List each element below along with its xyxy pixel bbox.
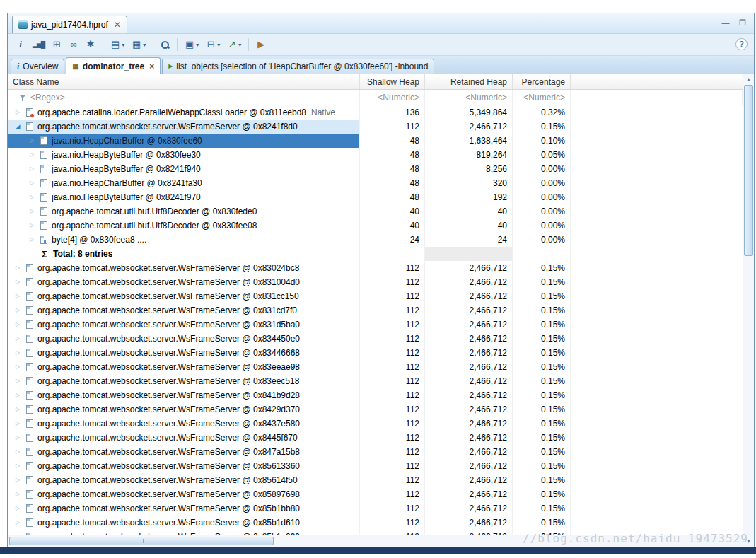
table-row[interactable]: ▷org.apache.tomcat.websocket.server.WsFr… [8, 275, 743, 289]
tab-list-objects[interactable]: ▶list_objects [selection of 'HeapCharBuf… [162, 59, 434, 74]
oql-button[interactable]: ∞ [66, 37, 81, 52]
table-row[interactable]: ▷org.apache.tomcat.websocket.server.WsFr… [8, 261, 743, 275]
search-button[interactable] [158, 39, 173, 51]
table-row[interactable]: ▷org.apache.tomcat.websocket.server.WsFr… [8, 417, 743, 431]
chevron-collapsed-icon[interactable]: ▷ [12, 487, 23, 501]
table-row[interactable]: ▷byte[4] @ 0x830feea8 ....24240.00% [8, 233, 743, 247]
vertical-scrollbar-thumb[interactable] [744, 85, 753, 256]
chevron-collapsed-icon[interactable]: ▷ [26, 204, 37, 219]
chevron-collapsed-icon[interactable]: ▷ [26, 162, 37, 176]
horizontal-scrollbar[interactable] [8, 535, 743, 547]
table-row[interactable]: ▷org.apache.tomcat.websocket.server.WsFr… [8, 303, 743, 318]
chevron-collapsed-icon[interactable]: ▷ [12, 473, 23, 487]
table-row[interactable]: ▷org.apache.catalina.loader.ParallelWeba… [8, 105, 743, 120]
tab-overview[interactable]: iOverview [11, 59, 64, 74]
dropdown-arrow-icon[interactable]: ▾ [143, 42, 146, 48]
percentage-filter[interactable]: <Numeric> [513, 90, 571, 105]
table-row[interactable]: ▷java.nio.HeapByteBuffer @ 0x830fee30488… [8, 148, 743, 162]
horizontal-scrollbar-thumb[interactable] [9, 537, 274, 545]
table-row[interactable]: ▷org.apache.tomcat.websocket.server.WsFr… [8, 332, 743, 346]
chevron-collapsed-icon[interactable]: ▷ [12, 360, 23, 374]
table-row[interactable]: ▷org.apache.tomcat.websocket.server.WsFr… [8, 473, 743, 487]
chevron-collapsed-icon[interactable]: ▷ [26, 190, 37, 204]
table-row[interactable]: ▷org.apache.tomcat.websocket.server.WsFr… [8, 516, 743, 530]
vertical-scrollbar[interactable]: ▴ ▾ [743, 74, 754, 547]
chevron-collapsed-icon[interactable]: ▷ [12, 459, 23, 473]
table-row[interactable]: ▷org.apache.tomcat.websocket.server.WsFr… [8, 530, 743, 535]
chevron-expanded-icon[interactable]: ◢ [12, 120, 23, 134]
chevron-collapsed-icon[interactable]: ▷ [12, 530, 23, 535]
chevron-collapsed-icon[interactable]: ▷ [12, 261, 23, 275]
minimize-button[interactable]: — [720, 17, 731, 28]
table-row[interactable]: ▷org.apache.tomcat.websocket.server.WsFr… [8, 374, 743, 388]
info-button[interactable]: i [13, 37, 28, 52]
chevron-collapsed-icon[interactable]: ▷ [26, 233, 37, 247]
dominator-tree-button[interactable]: ⊞ [49, 37, 64, 52]
editor-tab[interactable]: java_pid17404.hprof ✕ [12, 16, 127, 33]
table-row[interactable]: ▷org.apache.tomcat.websocket.server.WsFr… [8, 402, 743, 417]
chevron-collapsed-icon[interactable]: ▷ [12, 417, 23, 431]
chevron-collapsed-icon[interactable]: ▷ [12, 374, 23, 388]
chevron-collapsed-icon[interactable]: ▷ [12, 346, 23, 360]
close-icon[interactable]: × [149, 62, 154, 71]
dropdown-arrow-icon[interactable]: ▾ [196, 42, 199, 48]
retained-heap-filter[interactable]: <Numeric> [425, 90, 513, 105]
table-row[interactable]: ▷org.apache.tomcat.websocket.server.WsFr… [8, 360, 743, 374]
chevron-collapsed-icon[interactable]: ▷ [12, 289, 23, 303]
tab-dominator-tree[interactable]: ▦dominator_tree× [66, 57, 161, 74]
help-button[interactable]: ? [735, 38, 748, 50]
table-row[interactable]: ΣTotal: 8 entries [8, 247, 743, 261]
table-row[interactable]: ▷org.apache.tomcat.websocket.server.WsFr… [8, 459, 743, 473]
table-row[interactable]: ▷org.apache.tomcat.util.buf.Utf8Decoder … [8, 219, 743, 233]
chevron-collapsed-icon[interactable]: ▷ [12, 516, 23, 530]
table-row[interactable]: ▷org.apache.tomcat.websocket.server.WsFr… [8, 388, 743, 402]
dropdown-arrow-icon[interactable]: ▾ [238, 42, 241, 48]
table-row[interactable]: ▷org.apache.tomcat.websocket.server.WsFr… [8, 346, 743, 360]
compare-button[interactable]: ▣▾ [182, 37, 202, 52]
dropdown-arrow-icon[interactable]: ▾ [122, 42, 124, 48]
column-header-shallow-heap[interactable]: Shallow Heap [360, 74, 425, 89]
table-row[interactable]: ◢org.apache.tomcat.websocket.server.WsFr… [8, 120, 743, 134]
chevron-collapsed-icon[interactable]: ▷ [26, 176, 37, 190]
chevron-collapsed-icon[interactable]: ▷ [12, 402, 23, 417]
maximize-button[interactable]: ❐ [737, 17, 748, 28]
column-header-class-name[interactable]: Class Name [8, 74, 360, 89]
export-button[interactable]: ↗▾ [224, 37, 244, 52]
shallow-heap-filter[interactable]: <Numeric> [360, 90, 425, 105]
chevron-collapsed-icon[interactable]: ▷ [12, 105, 23, 120]
chevron-collapsed-icon[interactable]: ▷ [12, 303, 23, 318]
dropdown-arrow-icon[interactable]: ▾ [217, 42, 220, 48]
run-report-button[interactable]: ▶ [253, 37, 269, 52]
close-icon[interactable]: ✕ [114, 21, 121, 29]
table-row[interactable]: ▷org.apache.tomcat.util.buf.Utf8Decoder … [8, 204, 743, 219]
chevron-collapsed-icon[interactable]: ▷ [12, 431, 23, 445]
chevron-collapsed-icon[interactable]: ▷ [12, 388, 23, 402]
column-header-percentage[interactable]: Percentage [513, 74, 571, 89]
leak-suspects-button[interactable]: ✱ [83, 37, 98, 52]
table-row[interactable]: ▷org.apache.tomcat.websocket.server.WsFr… [8, 289, 743, 303]
table-row[interactable]: ▷java.nio.HeapByteBuffer @ 0x8241f970481… [8, 190, 743, 204]
chevron-collapsed-icon[interactable]: ▷ [12, 501, 23, 516]
chevron-collapsed-icon[interactable]: ▷ [26, 134, 37, 148]
calculate-retained-size-button[interactable]: ⊟▾ [203, 37, 223, 52]
table-row[interactable]: ▷java.nio.HeapCharBuffer @ 0x8241fa30483… [8, 176, 743, 190]
class-name-filter[interactable]: <Regex> [8, 90, 360, 105]
table-row[interactable]: ▷org.apache.tomcat.websocket.server.WsFr… [8, 318, 743, 332]
scroll-up-arrow-icon[interactable]: ▴ [743, 74, 754, 84]
chevron-collapsed-icon[interactable]: ▷ [12, 445, 23, 459]
table-row[interactable]: ▷org.apache.tomcat.websocket.server.WsFr… [8, 431, 743, 445]
column-header-retained-heap[interactable]: Retained Heap [425, 74, 513, 89]
table-row[interactable]: ▷org.apache.tomcat.websocket.server.WsFr… [8, 501, 743, 516]
chevron-collapsed-icon[interactable]: ▷ [12, 332, 23, 346]
table-row[interactable]: ▷org.apache.tomcat.websocket.server.WsFr… [8, 487, 743, 501]
query-browser-button[interactable]: ▤▾ [107, 37, 127, 52]
group-by-button[interactable]: ▦▾ [129, 37, 149, 52]
table-row[interactable]: ▷java.nio.HeapByteBuffer @ 0x8241f940488… [8, 162, 743, 176]
chevron-collapsed-icon[interactable]: ▷ [12, 275, 23, 289]
histogram-button[interactable]: ▂▅█ [30, 37, 47, 52]
table-row[interactable]: ▷java.nio.HeapCharBuffer @ 0x830fee60481… [8, 134, 743, 148]
chevron-collapsed-icon[interactable]: ▷ [12, 318, 23, 332]
table-row[interactable]: ▷org.apache.tomcat.websocket.server.WsFr… [8, 445, 743, 459]
chevron-collapsed-icon[interactable]: ▷ [26, 219, 37, 233]
scroll-down-arrow-icon[interactable]: ▾ [743, 537, 754, 547]
